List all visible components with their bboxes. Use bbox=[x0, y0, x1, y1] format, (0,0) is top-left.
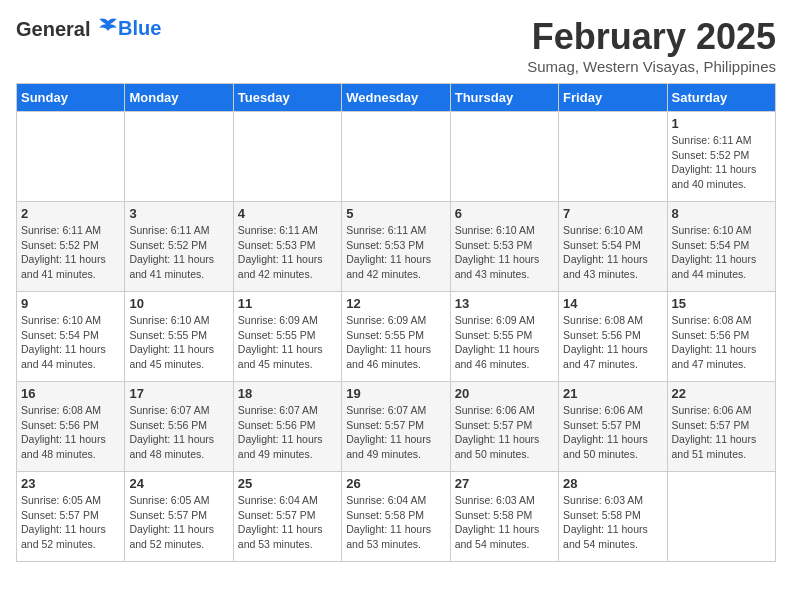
day-info: Sunrise: 6:10 AM Sunset: 5:54 PM Dayligh… bbox=[672, 223, 771, 282]
day-info: Sunrise: 6:06 AM Sunset: 5:57 PM Dayligh… bbox=[672, 403, 771, 462]
calendar-cell: 23Sunrise: 6:05 AM Sunset: 5:57 PM Dayli… bbox=[17, 472, 125, 562]
calendar-cell: 27Sunrise: 6:03 AM Sunset: 5:58 PM Dayli… bbox=[450, 472, 558, 562]
day-number: 26 bbox=[346, 476, 445, 491]
day-number: 13 bbox=[455, 296, 554, 311]
weekday-header-tuesday: Tuesday bbox=[233, 84, 341, 112]
logo-bird-icon bbox=[98, 16, 118, 36]
calendar-cell bbox=[450, 112, 558, 202]
calendar-cell: 25Sunrise: 6:04 AM Sunset: 5:57 PM Dayli… bbox=[233, 472, 341, 562]
weekday-header-sunday: Sunday bbox=[17, 84, 125, 112]
calendar-cell: 14Sunrise: 6:08 AM Sunset: 5:56 PM Dayli… bbox=[559, 292, 667, 382]
day-info: Sunrise: 6:11 AM Sunset: 5:52 PM Dayligh… bbox=[129, 223, 228, 282]
day-number: 2 bbox=[21, 206, 120, 221]
calendar-cell: 26Sunrise: 6:04 AM Sunset: 5:58 PM Dayli… bbox=[342, 472, 450, 562]
day-number: 6 bbox=[455, 206, 554, 221]
day-number: 24 bbox=[129, 476, 228, 491]
calendar-header-row: SundayMondayTuesdayWednesdayThursdayFrid… bbox=[17, 84, 776, 112]
calendar-cell: 1Sunrise: 6:11 AM Sunset: 5:52 PM Daylig… bbox=[667, 112, 775, 202]
logo: General Blue bbox=[16, 16, 161, 41]
day-number: 28 bbox=[563, 476, 662, 491]
day-info: Sunrise: 6:09 AM Sunset: 5:55 PM Dayligh… bbox=[455, 313, 554, 372]
weekday-header-saturday: Saturday bbox=[667, 84, 775, 112]
calendar-cell: 28Sunrise: 6:03 AM Sunset: 5:58 PM Dayli… bbox=[559, 472, 667, 562]
day-info: Sunrise: 6:05 AM Sunset: 5:57 PM Dayligh… bbox=[129, 493, 228, 552]
calendar-cell: 16Sunrise: 6:08 AM Sunset: 5:56 PM Dayli… bbox=[17, 382, 125, 472]
day-info: Sunrise: 6:08 AM Sunset: 5:56 PM Dayligh… bbox=[672, 313, 771, 372]
day-info: Sunrise: 6:03 AM Sunset: 5:58 PM Dayligh… bbox=[563, 493, 662, 552]
calendar-week-row: 23Sunrise: 6:05 AM Sunset: 5:57 PM Dayli… bbox=[17, 472, 776, 562]
day-info: Sunrise: 6:11 AM Sunset: 5:52 PM Dayligh… bbox=[672, 133, 771, 192]
day-info: Sunrise: 6:05 AM Sunset: 5:57 PM Dayligh… bbox=[21, 493, 120, 552]
logo-general: General bbox=[16, 16, 118, 41]
day-info: Sunrise: 6:07 AM Sunset: 5:57 PM Dayligh… bbox=[346, 403, 445, 462]
day-number: 16 bbox=[21, 386, 120, 401]
day-number: 27 bbox=[455, 476, 554, 491]
day-number: 3 bbox=[129, 206, 228, 221]
day-info: Sunrise: 6:10 AM Sunset: 5:53 PM Dayligh… bbox=[455, 223, 554, 282]
day-number: 8 bbox=[672, 206, 771, 221]
calendar-cell bbox=[342, 112, 450, 202]
day-number: 20 bbox=[455, 386, 554, 401]
calendar-cell: 15Sunrise: 6:08 AM Sunset: 5:56 PM Dayli… bbox=[667, 292, 775, 382]
day-number: 25 bbox=[238, 476, 337, 491]
calendar-cell: 5Sunrise: 6:11 AM Sunset: 5:53 PM Daylig… bbox=[342, 202, 450, 292]
calendar-cell: 4Sunrise: 6:11 AM Sunset: 5:53 PM Daylig… bbox=[233, 202, 341, 292]
day-number: 12 bbox=[346, 296, 445, 311]
day-number: 23 bbox=[21, 476, 120, 491]
day-number: 15 bbox=[672, 296, 771, 311]
calendar-cell: 20Sunrise: 6:06 AM Sunset: 5:57 PM Dayli… bbox=[450, 382, 558, 472]
calendar-cell: 21Sunrise: 6:06 AM Sunset: 5:57 PM Dayli… bbox=[559, 382, 667, 472]
day-number: 9 bbox=[21, 296, 120, 311]
logo-general-text: General bbox=[16, 18, 90, 40]
day-info: Sunrise: 6:11 AM Sunset: 5:53 PM Dayligh… bbox=[238, 223, 337, 282]
day-number: 18 bbox=[238, 386, 337, 401]
calendar-cell: 3Sunrise: 6:11 AM Sunset: 5:52 PM Daylig… bbox=[125, 202, 233, 292]
day-info: Sunrise: 6:11 AM Sunset: 5:53 PM Dayligh… bbox=[346, 223, 445, 282]
day-info: Sunrise: 6:06 AM Sunset: 5:57 PM Dayligh… bbox=[563, 403, 662, 462]
calendar-cell: 12Sunrise: 6:09 AM Sunset: 5:55 PM Dayli… bbox=[342, 292, 450, 382]
calendar-cell: 13Sunrise: 6:09 AM Sunset: 5:55 PM Dayli… bbox=[450, 292, 558, 382]
day-number: 7 bbox=[563, 206, 662, 221]
logo-blue-text: Blue bbox=[118, 17, 161, 40]
weekday-header-friday: Friday bbox=[559, 84, 667, 112]
day-info: Sunrise: 6:10 AM Sunset: 5:54 PM Dayligh… bbox=[21, 313, 120, 372]
weekday-header-monday: Monday bbox=[125, 84, 233, 112]
day-info: Sunrise: 6:11 AM Sunset: 5:52 PM Dayligh… bbox=[21, 223, 120, 282]
calendar-week-row: 2Sunrise: 6:11 AM Sunset: 5:52 PM Daylig… bbox=[17, 202, 776, 292]
calendar-cell: 22Sunrise: 6:06 AM Sunset: 5:57 PM Dayli… bbox=[667, 382, 775, 472]
title-area: February 2025 Sumag, Western Visayas, Ph… bbox=[527, 16, 776, 75]
day-number: 19 bbox=[346, 386, 445, 401]
month-title: February 2025 bbox=[527, 16, 776, 58]
day-info: Sunrise: 6:09 AM Sunset: 5:55 PM Dayligh… bbox=[238, 313, 337, 372]
calendar-table: SundayMondayTuesdayWednesdayThursdayFrid… bbox=[16, 83, 776, 562]
calendar-cell: 2Sunrise: 6:11 AM Sunset: 5:52 PM Daylig… bbox=[17, 202, 125, 292]
day-info: Sunrise: 6:10 AM Sunset: 5:55 PM Dayligh… bbox=[129, 313, 228, 372]
calendar-cell bbox=[559, 112, 667, 202]
calendar-cell: 17Sunrise: 6:07 AM Sunset: 5:56 PM Dayli… bbox=[125, 382, 233, 472]
calendar-cell: 18Sunrise: 6:07 AM Sunset: 5:56 PM Dayli… bbox=[233, 382, 341, 472]
day-number: 5 bbox=[346, 206, 445, 221]
calendar-cell bbox=[233, 112, 341, 202]
calendar-cell: 7Sunrise: 6:10 AM Sunset: 5:54 PM Daylig… bbox=[559, 202, 667, 292]
calendar-week-row: 1Sunrise: 6:11 AM Sunset: 5:52 PM Daylig… bbox=[17, 112, 776, 202]
day-info: Sunrise: 6:09 AM Sunset: 5:55 PM Dayligh… bbox=[346, 313, 445, 372]
calendar-cell: 24Sunrise: 6:05 AM Sunset: 5:57 PM Dayli… bbox=[125, 472, 233, 562]
calendar-week-row: 16Sunrise: 6:08 AM Sunset: 5:56 PM Dayli… bbox=[17, 382, 776, 472]
day-info: Sunrise: 6:10 AM Sunset: 5:54 PM Dayligh… bbox=[563, 223, 662, 282]
day-info: Sunrise: 6:04 AM Sunset: 5:57 PM Dayligh… bbox=[238, 493, 337, 552]
calendar-cell: 6Sunrise: 6:10 AM Sunset: 5:53 PM Daylig… bbox=[450, 202, 558, 292]
day-number: 1 bbox=[672, 116, 771, 131]
calendar-cell bbox=[17, 112, 125, 202]
calendar-cell: 10Sunrise: 6:10 AM Sunset: 5:55 PM Dayli… bbox=[125, 292, 233, 382]
day-info: Sunrise: 6:08 AM Sunset: 5:56 PM Dayligh… bbox=[563, 313, 662, 372]
weekday-header-wednesday: Wednesday bbox=[342, 84, 450, 112]
day-number: 21 bbox=[563, 386, 662, 401]
day-info: Sunrise: 6:08 AM Sunset: 5:56 PM Dayligh… bbox=[21, 403, 120, 462]
day-info: Sunrise: 6:07 AM Sunset: 5:56 PM Dayligh… bbox=[129, 403, 228, 462]
calendar-cell: 19Sunrise: 6:07 AM Sunset: 5:57 PM Dayli… bbox=[342, 382, 450, 472]
day-number: 10 bbox=[129, 296, 228, 311]
day-number: 14 bbox=[563, 296, 662, 311]
calendar-week-row: 9Sunrise: 6:10 AM Sunset: 5:54 PM Daylig… bbox=[17, 292, 776, 382]
day-info: Sunrise: 6:06 AM Sunset: 5:57 PM Dayligh… bbox=[455, 403, 554, 462]
calendar-cell: 8Sunrise: 6:10 AM Sunset: 5:54 PM Daylig… bbox=[667, 202, 775, 292]
